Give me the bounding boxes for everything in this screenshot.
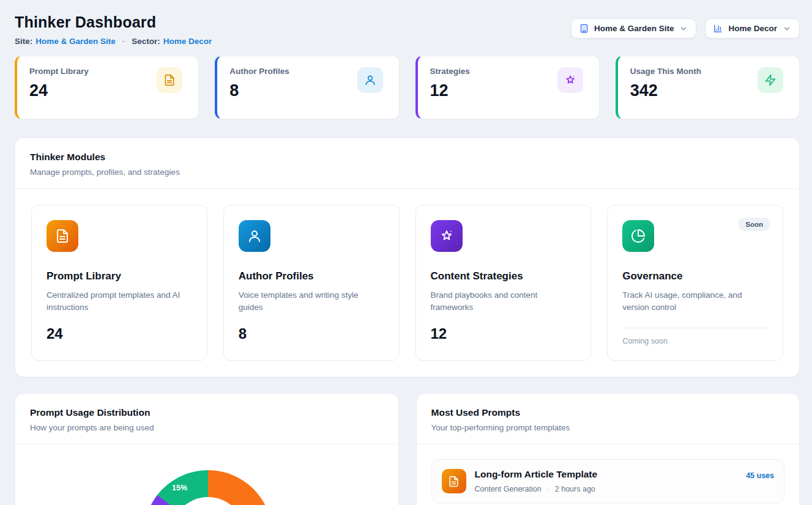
most-used-title: Most Used Prompts	[431, 407, 785, 418]
chevron-down-icon	[679, 24, 688, 33]
prompt-uses-count: 45 uses	[746, 471, 774, 480]
stat-card-usage: Usage This Month 342	[616, 56, 800, 119]
page-title: Thinker Dashboard	[15, 13, 212, 31]
module-title: Prompt Library	[47, 270, 192, 282]
document-icon	[157, 67, 182, 93]
prompt-category: Content Generation	[475, 485, 542, 493]
top-bar: Thinker Dashboard Site:Home & Garden Sit…	[15, 13, 800, 46]
stat-card-strategies: Strategies 12	[415, 56, 600, 119]
slice-label-green: 15%	[172, 484, 187, 492]
stat-card-prompt-library: Prompt Library 24	[15, 56, 199, 119]
separator-dot: ·	[122, 37, 125, 46]
modules-subtitle: Manage prompts, profiles, and strategies	[30, 168, 784, 177]
module-count: 24	[47, 325, 192, 342]
soon-badge: Soon	[738, 218, 770, 231]
module-description: Centralized prompt templates and AI inst…	[47, 289, 190, 313]
donut-chart-area: 15%	[15, 444, 398, 505]
user-icon	[357, 67, 383, 93]
most-used-subtitle: Your top-performing prompt templates	[431, 423, 785, 432]
prompt-meta: Content Generation · 2 hours ago	[475, 485, 738, 493]
modules-grid: Prompt Library Centralized prompt templa…	[15, 189, 799, 377]
site-link[interactable]: Home & Garden Site	[35, 37, 116, 46]
module-description: Brand playbooks and content frameworks	[431, 289, 575, 313]
bar-chart-icon	[713, 24, 723, 33]
module-count: 8	[239, 325, 384, 342]
module-card-content-strategies[interactable]: Content Strategies Brand playbooks and c…	[415, 205, 592, 361]
usage-panel-header: Prompt Usage Distribution How your promp…	[15, 394, 398, 444]
sector-selector-label: Home Decor	[728, 24, 777, 33]
prompt-usage-panel: Prompt Usage Distribution How your promp…	[15, 393, 399, 505]
prompt-info: Long-form Article Template Content Gener…	[475, 469, 738, 493]
module-card-governance[interactable]: Soon Governance Track AI usage, complian…	[607, 205, 783, 361]
chevron-down-icon	[783, 24, 791, 33]
header-actions: Home & Garden Site Home Decor	[571, 18, 800, 39]
usage-subtitle: How your prompts are being used	[30, 423, 384, 432]
prompts-list: Long-form Article Template Content Gener…	[417, 444, 800, 505]
stat-card-author-profiles: Author Profiles 8	[215, 56, 399, 119]
bolt-icon	[758, 67, 783, 93]
prompt-list-item[interactable]: Long-form Article Template Content Gener…	[431, 459, 785, 503]
site-label: Site:	[15, 37, 32, 46]
document-icon	[47, 220, 78, 252]
donut-chart: 15%	[144, 470, 272, 505]
sparkle-star-icon	[431, 220, 463, 252]
module-title: Governance	[622, 270, 768, 282]
module-card-author-profiles[interactable]: Author Profiles Voice templates and writ…	[223, 205, 400, 361]
site-selector-label: Home & Garden Site	[594, 24, 674, 33]
module-title: Content Strategies	[431, 270, 576, 282]
usage-title: Prompt Usage Distribution	[30, 407, 384, 418]
prompt-title: Long-form Article Template	[475, 469, 738, 480]
prompt-time: 2 hours ago	[555, 485, 595, 493]
thinker-modules-panel: Thinker Modules Manage prompts, profiles…	[15, 138, 800, 377]
site-selector-dropdown[interactable]: Home & Garden Site	[571, 18, 697, 39]
module-count: 12	[431, 325, 576, 342]
user-icon	[239, 220, 270, 252]
modules-panel-header: Thinker Modules Manage prompts, profiles…	[15, 138, 799, 189]
document-icon	[442, 469, 466, 493]
stats-row: Prompt Library 24 Author Profiles 8 Stra…	[15, 56, 800, 119]
pie-chart-icon	[622, 220, 654, 252]
sector-selector-dropdown[interactable]: Home Decor	[705, 18, 800, 39]
module-description: Track AI usage, compliance, and version …	[622, 289, 766, 313]
module-title: Author Profiles	[239, 270, 384, 282]
most-used-prompts-panel: Most Used Prompts Your top-performing pr…	[416, 393, 800, 505]
modules-title: Thinker Modules	[30, 152, 784, 163]
sector-link[interactable]: Home Decor	[163, 37, 212, 46]
coming-soon-text: Coming soon	[622, 337, 768, 345]
breadcrumb: Site:Home & Garden Site·Sector:Home Deco…	[15, 37, 212, 46]
sector-label: Sector:	[132, 37, 160, 46]
dashboard-page: Thinker Dashboard Site:Home & Garden Sit…	[0, 0, 812, 505]
module-card-prompt-library[interactable]: Prompt Library Centralized prompt templa…	[31, 205, 207, 361]
most-used-panel-header: Most Used Prompts Your top-performing pr…	[417, 394, 800, 444]
bottom-row: Prompt Usage Distribution How your promp…	[15, 393, 800, 505]
divider	[622, 328, 768, 328]
separator-dot: ·	[547, 485, 549, 493]
header-left: Thinker Dashboard Site:Home & Garden Sit…	[15, 13, 212, 46]
module-description: Voice templates and writing style guides	[239, 289, 382, 313]
sparkle-star-icon	[557, 67, 583, 93]
building-icon	[579, 24, 589, 33]
